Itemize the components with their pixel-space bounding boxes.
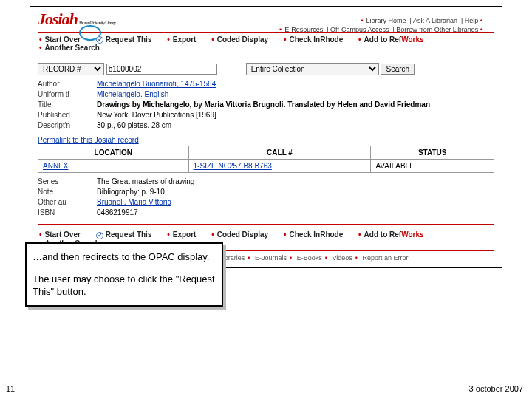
permalink-link[interactable]: Permalink to this Josiah record — [38, 136, 139, 144]
slide-number: 11 — [6, 384, 15, 393]
footer-ejournals[interactable]: E-Journals — [255, 254, 287, 262]
check-icon — [96, 232, 103, 239]
label-title: Title — [38, 100, 97, 109]
label-uniform: Uniform ti — [38, 90, 97, 98]
nav-add-refworks[interactable]: •Add to RefWorks — [358, 35, 423, 44]
annotation-callout: …and then redirects to the OPAC display.… — [25, 242, 223, 307]
slide-date: 3 october 2007 — [469, 384, 523, 393]
callout-p1: …and then redirects to the OPAC display. — [33, 251, 216, 263]
location-link[interactable]: ANNEX — [43, 162, 68, 170]
label-author: Author — [38, 80, 97, 88]
other-au-link[interactable]: Brugnoli, Maria Vittoria — [97, 198, 171, 206]
descript-text: 30 p., 60 plates. 28 cm — [97, 121, 171, 129]
label-isbn: ISBN — [38, 208, 97, 216]
col-call: CALL # — [188, 146, 371, 160]
series-text: The Great masters of drawing — [97, 177, 194, 185]
search-row: RECORD # Entire Collection Search — [38, 63, 494, 75]
nav-request-this[interactable]: Request This — [96, 35, 152, 44]
header-bar: JosiahBrown University Library •Library … — [38, 10, 494, 29]
link-ask-librarian[interactable]: Ask A Librarian — [413, 17, 457, 24]
published-text: New York, Dover Publications [1969] — [97, 111, 216, 119]
opac-window: JosiahBrown University Library •Library … — [30, 6, 502, 268]
link-help[interactable]: Help — [465, 17, 479, 24]
table-row: ANNEX 1-SIZE NC257.B8 B763 AVAILABLE — [38, 160, 494, 173]
status-text: AVAILABLE — [371, 160, 494, 173]
search-type-select[interactable]: RECORD # — [38, 63, 104, 75]
title-text: Drawings by Michelangelo, by Maria Vitto… — [97, 100, 430, 109]
footer-ebooks[interactable]: E-Books — [297, 254, 322, 262]
nav2-request-this[interactable]: Request This — [96, 231, 152, 239]
nav2-check-inrhode[interactable]: •Check InRhode — [284, 231, 343, 239]
nav-start-over[interactable]: •Start Over — [39, 35, 81, 44]
col-location: LOCATION — [38, 146, 189, 160]
call-link[interactable]: 1-SIZE NC257.B8 B763 — [194, 162, 272, 170]
label-other-au: Other au — [38, 198, 97, 206]
note-text: Bibliography: p. 9-10 — [97, 188, 165, 196]
footer-report[interactable]: Report an Error — [362, 254, 408, 262]
footer-videos[interactable]: Videos — [332, 254, 352, 262]
nav2-start-over[interactable]: •Start Over — [39, 231, 81, 239]
extra-fields: SeriesThe Great masters of drawing NoteB… — [38, 177, 494, 216]
nav-export[interactable]: •Export — [167, 35, 196, 44]
nav2-coded-display[interactable]: •Coded Display — [211, 231, 268, 239]
record-fields: AuthorMichelangelo Buonarroti, 1475-1564… — [38, 80, 494, 129]
author-link[interactable]: Michelangelo Buonarroti, 1475-1564 — [97, 80, 216, 88]
nav2-add-refworks[interactable]: •Add to RefWorks — [358, 231, 423, 239]
top-links: •Library Home | Ask A Librarian | Help •… — [279, 17, 485, 33]
nav-coded-display[interactable]: •Coded Display — [211, 35, 268, 44]
search-query-input[interactable] — [106, 64, 217, 75]
holdings-table: LOCATION CALL # STATUS ANNEX 1-SIZE NC25… — [38, 146, 494, 173]
search-button[interactable]: Search — [381, 64, 415, 75]
nav-check-inrhode[interactable]: •Check InRhode — [284, 35, 343, 44]
label-descript: Descript'n — [38, 121, 97, 129]
action-nav: •Start Over Request This •Export •Coded … — [38, 32, 494, 55]
callout-p2: The user may choose to click the "Reques… — [33, 273, 216, 298]
label-note: Note — [38, 188, 97, 196]
check-icon — [96, 36, 103, 44]
label-published: Published — [38, 111, 97, 119]
search-scope-select[interactable]: Entire Collection — [246, 63, 379, 75]
uniform-link[interactable]: Michelangelo. English — [97, 90, 168, 98]
nav2-export[interactable]: •Export — [167, 231, 196, 239]
logo: JosiahBrown University Library — [38, 10, 115, 28]
isbn-text: 0486219917 — [97, 208, 138, 216]
link-library-home[interactable]: Library Home — [366, 17, 406, 24]
col-status: STATUS — [371, 146, 494, 160]
label-series: Series — [38, 177, 97, 185]
nav-another-search[interactable]: •Another Search — [39, 44, 100, 52]
